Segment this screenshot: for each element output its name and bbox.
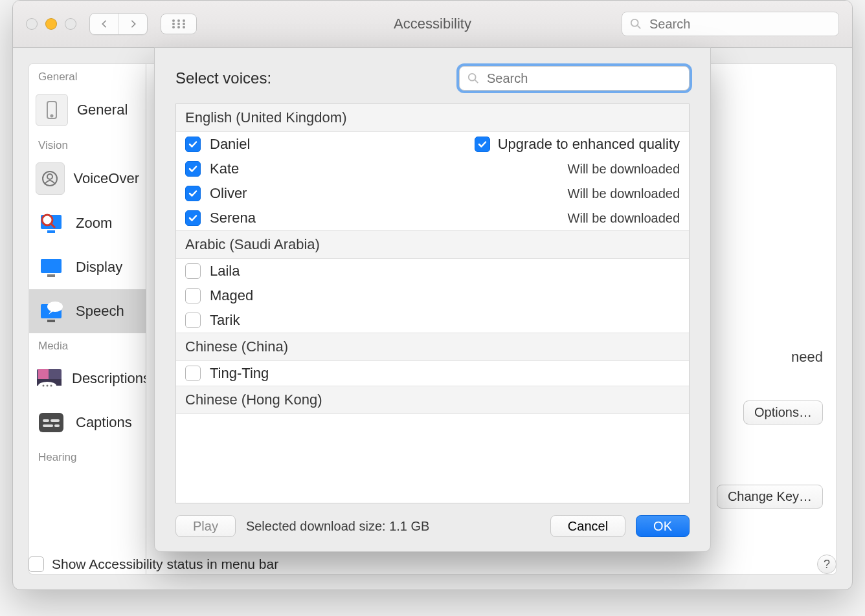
play-button[interactable]: Play xyxy=(175,515,236,537)
sidebar-item-label: VoiceOver xyxy=(74,170,140,187)
svg-point-29 xyxy=(47,385,49,387)
sidebar-item-display[interactable]: Display xyxy=(29,245,146,289)
svg-point-8 xyxy=(183,26,185,28)
select-voices-sheet: Select voices: English (United Kingdom)D… xyxy=(154,47,711,552)
voice-checkbox[interactable] xyxy=(185,161,201,177)
prefs-search-input[interactable] xyxy=(648,16,831,32)
svg-point-17 xyxy=(42,215,52,225)
ok-button[interactable]: OK xyxy=(636,515,690,537)
svg-point-6 xyxy=(172,26,175,28)
voice-row[interactable]: Laila xyxy=(176,259,689,283)
svg-point-2 xyxy=(183,19,185,22)
sidebar-item-label: Zoom xyxy=(76,215,112,232)
minimize-window-button[interactable] xyxy=(45,18,57,30)
svg-line-10 xyxy=(638,26,641,29)
voice-checkbox[interactable] xyxy=(185,366,201,381)
prefs-window: Accessibility General General Vision Voi… xyxy=(12,0,853,590)
voice-checkbox[interactable] xyxy=(185,288,201,303)
voice-name: Maged xyxy=(210,287,253,304)
svg-rect-19 xyxy=(41,259,62,273)
upgrade-quality[interactable]: Upgrade to enhanced quality xyxy=(475,136,680,153)
sidebar-item-label: Descriptions xyxy=(72,370,146,387)
options-button[interactable]: Options… xyxy=(743,401,823,424)
sidebar-item-captions[interactable]: Captions xyxy=(29,401,146,445)
voice-name: Ting-Ting xyxy=(210,365,269,382)
sidebar-item-zoom[interactable]: Zoom xyxy=(29,201,146,245)
voice-checkbox[interactable] xyxy=(185,210,201,226)
sidebar-item-descriptions[interactable]: Descriptions xyxy=(29,357,146,401)
svg-rect-31 xyxy=(39,413,63,432)
voice-row[interactable]: SerenaWill be downloaded xyxy=(176,206,689,230)
sheet-header: Select voices: xyxy=(175,66,690,91)
sidebar-item-label: Captions xyxy=(76,414,132,431)
bottom-row: Show Accessibility status in menu bar ? xyxy=(28,555,837,574)
zoom-icon xyxy=(36,208,67,239)
svg-rect-26 xyxy=(38,369,49,379)
zoom-window-button[interactable] xyxy=(65,18,76,30)
voice-row[interactable]: Tarik xyxy=(176,308,689,333)
voice-checkbox[interactable] xyxy=(185,313,201,328)
voice-status: Will be downloaded xyxy=(568,186,680,201)
svg-rect-16 xyxy=(47,230,55,233)
descriptions-icon xyxy=(36,363,63,394)
voice-row[interactable]: KateWill be downloaded xyxy=(176,157,689,181)
sidebar-section-hearing: Hearing xyxy=(29,445,146,468)
forward-button[interactable] xyxy=(118,14,147,34)
captions-icon xyxy=(36,407,67,438)
voice-group-header: Chinese (Hong Kong) xyxy=(176,386,689,414)
window-controls xyxy=(26,18,76,30)
voice-row[interactable]: DanielUpgrade to enhanced quality xyxy=(176,132,689,157)
svg-line-37 xyxy=(475,80,478,83)
sidebar-item-voiceover[interactable]: VoiceOver xyxy=(29,156,146,201)
voice-name: Tarik xyxy=(210,312,240,329)
help-button[interactable]: ? xyxy=(817,555,837,574)
download-size-label: Selected download size: 1.1 GB xyxy=(246,519,540,534)
sidebar-item-speech[interactable]: Speech xyxy=(29,289,146,333)
show-status-label: Show Accessibility status in menu bar xyxy=(52,556,278,572)
sidebar-item-label: Speech xyxy=(76,303,124,320)
upgrade-label: Upgrade to enhanced quality xyxy=(498,136,680,153)
svg-point-3 xyxy=(172,23,175,25)
svg-point-4 xyxy=(177,23,180,25)
sidebar: General General Vision VoiceOver Zoom xyxy=(28,63,146,575)
voice-name: Laila xyxy=(210,263,240,280)
change-key-button[interactable]: Change Key… xyxy=(717,485,823,509)
sheet-search[interactable] xyxy=(459,66,690,91)
voice-row[interactable]: OliverWill be downloaded xyxy=(176,181,689,206)
cancel-button[interactable]: Cancel xyxy=(550,515,625,537)
voice-row[interactable]: Ting-Ting xyxy=(176,361,689,386)
prefs-search[interactable] xyxy=(622,12,839,36)
show-all-button[interactable] xyxy=(161,14,197,34)
voice-row[interactable]: Maged xyxy=(176,283,689,308)
voice-list[interactable]: English (United Kingdom)DanielUpgrade to… xyxy=(175,104,690,503)
svg-point-28 xyxy=(43,385,45,387)
voice-checkbox[interactable] xyxy=(185,263,201,279)
titlebar: Accessibility xyxy=(13,1,852,48)
voice-name: Kate xyxy=(210,160,239,177)
close-window-button[interactable] xyxy=(26,18,38,30)
svg-point-0 xyxy=(172,19,175,22)
voice-checkbox[interactable] xyxy=(185,137,201,152)
voice-name: Serena xyxy=(210,210,256,226)
sidebar-section-general: General xyxy=(29,64,146,87)
voice-status: Will be downloaded xyxy=(568,211,680,226)
voice-checkbox[interactable] xyxy=(185,186,201,201)
show-status-checkbox[interactable]: Show Accessibility status in menu bar xyxy=(28,556,278,572)
svg-point-23 xyxy=(47,302,63,312)
svg-point-36 xyxy=(469,74,476,81)
sheet-search-input[interactable] xyxy=(486,71,681,87)
svg-point-7 xyxy=(177,26,180,28)
svg-point-14 xyxy=(47,174,52,179)
svg-point-12 xyxy=(51,115,53,117)
svg-rect-20 xyxy=(47,274,55,277)
svg-point-9 xyxy=(631,19,638,27)
back-button[interactable] xyxy=(90,14,118,34)
svg-point-1 xyxy=(177,19,180,22)
search-icon xyxy=(630,18,642,30)
svg-point-30 xyxy=(51,385,52,387)
checkbox-icon xyxy=(28,556,44,572)
sidebar-item-general[interactable]: General xyxy=(29,87,146,133)
display-icon xyxy=(36,252,67,283)
voice-name: Oliver xyxy=(210,185,247,202)
sheet-title: Select voices: xyxy=(175,69,271,87)
